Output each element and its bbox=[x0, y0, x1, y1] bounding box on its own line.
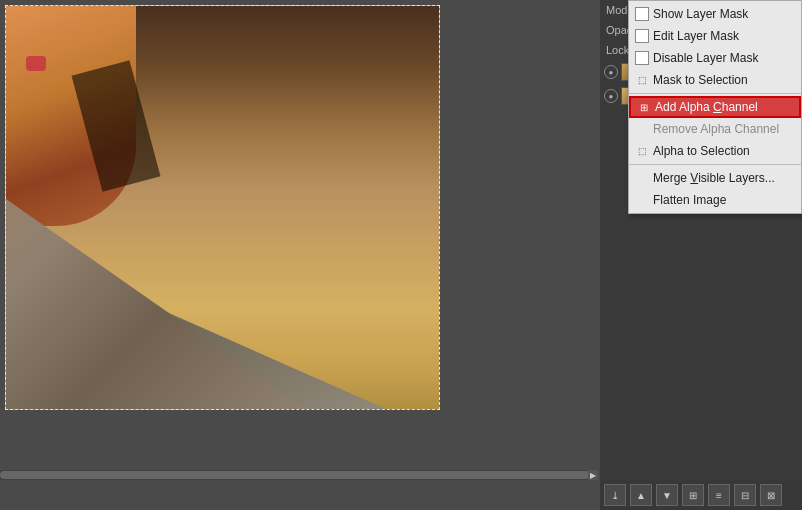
icon-add-alpha: ⊞ bbox=[637, 100, 651, 114]
icon-delete-layer[interactable]: ⊠ bbox=[760, 484, 782, 506]
menu-add-alpha-channel-label: Add Alpha Channel bbox=[655, 100, 758, 114]
scroll-right-button[interactable]: ▶ bbox=[588, 470, 598, 480]
menu-show-layer-mask-label: Show Layer Mask bbox=[653, 7, 748, 21]
scroll-thumb[interactable] bbox=[0, 471, 590, 479]
icon-new-layer[interactable]: ⤓ bbox=[604, 484, 626, 506]
icon-mask-to-selection: ⬚ bbox=[635, 73, 649, 87]
menu-alpha-to-selection[interactable]: ⬚ Alpha to Selection bbox=[629, 140, 801, 162]
menu-mask-to-selection[interactable]: ⬚ Mask to Selection bbox=[629, 69, 801, 91]
menu-merge-visible-layers[interactable]: Merge Visible Layers... bbox=[629, 167, 801, 189]
context-menu: Show Layer Mask Edit Layer Mask Disable … bbox=[628, 0, 802, 214]
menu-add-alpha-channel[interactable]: ⊞ Add Alpha Channel bbox=[629, 96, 801, 118]
icon-anchor-layer[interactable]: ≡ bbox=[708, 484, 730, 506]
menu-merge-visible-layers-label: Merge Visible Layers... bbox=[653, 171, 775, 185]
eye-icon-1[interactable]: ● bbox=[604, 65, 618, 79]
separator-2 bbox=[629, 164, 801, 165]
menu-show-layer-mask[interactable]: Show Layer Mask bbox=[629, 3, 801, 25]
scrollbar[interactable]: ▶ bbox=[0, 470, 598, 480]
menu-alpha-to-selection-label: Alpha to Selection bbox=[653, 144, 750, 158]
checkbox-edit-layer-mask bbox=[635, 29, 649, 43]
icon-raise-layer[interactable]: ▲ bbox=[630, 484, 652, 506]
menu-edit-layer-mask[interactable]: Edit Layer Mask bbox=[629, 25, 801, 47]
canvas-image bbox=[5, 5, 440, 410]
checkbox-disable-layer-mask bbox=[635, 51, 649, 65]
menu-flatten-image[interactable]: Flatten Image bbox=[629, 189, 801, 211]
eye-icon-2[interactable]: ● bbox=[604, 89, 618, 103]
menu-edit-layer-mask-label: Edit Layer Mask bbox=[653, 29, 739, 43]
icon-merge-down[interactable]: ⊟ bbox=[734, 484, 756, 506]
icon-lower-layer[interactable]: ▼ bbox=[656, 484, 678, 506]
icon-duplicate-layer[interactable]: ⊞ bbox=[682, 484, 704, 506]
menu-disable-layer-mask-label: Disable Layer Mask bbox=[653, 51, 758, 65]
icon-alpha-to-selection: ⬚ bbox=[635, 144, 649, 158]
bottom-icons-panel: ⤓ ▲ ▼ ⊞ ≡ ⊟ ⊠ bbox=[600, 480, 802, 510]
canvas-area bbox=[0, 0, 600, 510]
red-accent bbox=[26, 56, 46, 71]
menu-flatten-image-label: Flatten Image bbox=[653, 193, 726, 207]
menu-disable-layer-mask[interactable]: Disable Layer Mask bbox=[629, 47, 801, 69]
menu-remove-alpha-channel[interactable]: Remove Alpha Channel bbox=[629, 118, 801, 140]
checkbox-show-layer-mask bbox=[635, 7, 649, 21]
menu-remove-alpha-channel-label: Remove Alpha Channel bbox=[653, 122, 779, 136]
menu-mask-to-selection-label: Mask to Selection bbox=[653, 73, 748, 87]
separator-1 bbox=[629, 93, 801, 94]
